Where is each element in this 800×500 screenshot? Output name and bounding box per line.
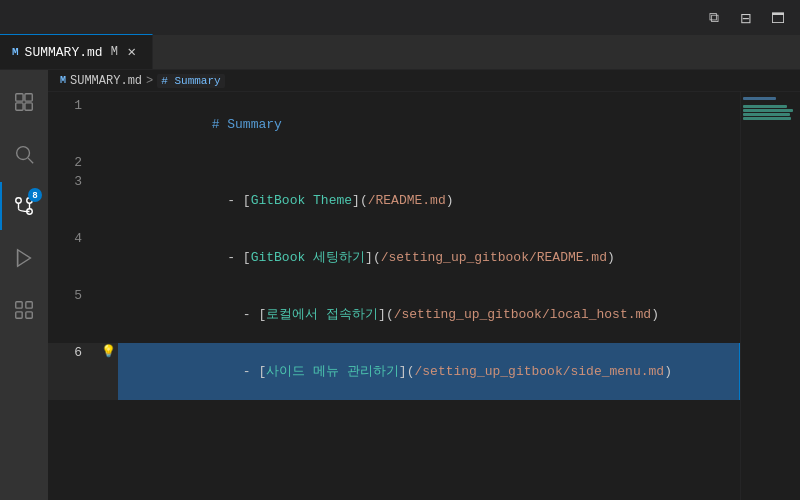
code-editor[interactable]: 1 # Summary 2 3 - [G (48, 92, 740, 500)
svg-point-6 (16, 198, 22, 204)
main-layout: 8 M SUMMARY.md > # Summary (0, 70, 800, 500)
line-content-4: - [GitBook 세팅하기](/setting_up_gitbook/REA… (118, 229, 740, 286)
svg-rect-3 (25, 103, 32, 110)
line-number-1: 1 (48, 96, 98, 115)
tab-summary-md[interactable]: M SUMMARY.md M ✕ (0, 34, 153, 69)
activity-extensions[interactable] (0, 286, 48, 334)
line-number-5: 5 (48, 286, 98, 305)
svg-line-5 (28, 158, 33, 163)
line-6: 6 💡 - [사이드 메뉴 관리하기](/setting_up_gitbook/… (48, 343, 740, 400)
minimap (740, 92, 800, 500)
activity-search[interactable] (0, 130, 48, 178)
title-bar-controls: ⧉ ⊟ 🗖 (700, 7, 792, 29)
toggle-layout-button[interactable]: ⊟ (732, 7, 760, 29)
line-3: 3 - [GitBook Theme](/README.md) (48, 172, 740, 229)
line-gutter-6: 💡 (98, 343, 118, 362)
line-content-2 (118, 153, 740, 172)
line-content-5: - [로컬에서 접속하기](/setting_up_gitbook/local_… (118, 286, 740, 343)
svg-rect-2 (16, 103, 23, 110)
minimap-content (741, 92, 800, 125)
lightbulb-icon[interactable]: 💡 (101, 343, 116, 362)
breadcrumb-separator: > (146, 74, 153, 88)
svg-rect-14 (26, 302, 32, 308)
breadcrumb: M SUMMARY.md > # Summary (48, 70, 800, 92)
line-2: 2 (48, 153, 740, 172)
minimap-line-1 (743, 97, 776, 100)
line-5: 5 - [로컬에서 접속하기](/setting_up_gitbook/loca… (48, 286, 740, 343)
tab-close-button[interactable]: ✕ (124, 44, 140, 60)
source-control-badge: 8 (28, 188, 42, 202)
svg-point-4 (17, 147, 30, 160)
breadcrumb-filename: SUMMARY.md (70, 74, 142, 88)
line-number-6: 6 (48, 343, 98, 362)
minimap-line-4 (743, 109, 793, 112)
svg-marker-11 (18, 250, 31, 267)
editor-area: M SUMMARY.md > # Summary 1 # Summary (48, 70, 800, 500)
tab-modified-indicator: M (111, 45, 118, 59)
line-number-2: 2 (48, 153, 98, 172)
svg-rect-1 (25, 94, 32, 101)
minimap-line-5 (743, 113, 790, 116)
minimap-line-3 (743, 105, 787, 108)
minimap-line-6 (743, 117, 791, 120)
svg-rect-13 (16, 302, 22, 308)
activity-run[interactable] (0, 234, 48, 282)
line-content-1: # Summary (118, 96, 740, 153)
svg-rect-15 (26, 312, 32, 318)
tab-file-icon: M (12, 46, 19, 58)
svg-rect-0 (16, 94, 23, 101)
line-1: 1 # Summary (48, 96, 740, 153)
line-number-3: 3 (48, 172, 98, 191)
svg-rect-16 (16, 312, 22, 318)
activity-bar: 8 (0, 70, 48, 500)
tab-label: SUMMARY.md (25, 45, 103, 60)
breadcrumb-file-icon: M (60, 75, 66, 86)
breadcrumb-section: # Summary (157, 74, 224, 88)
split-editor-button[interactable]: ⧉ (700, 7, 728, 29)
tab-bar: M SUMMARY.md M ✕ (0, 35, 800, 70)
line-4: 4 - [GitBook 세팅하기](/setting_up_gitbook/R… (48, 229, 740, 286)
line-content-6: - [사이드 메뉴 관리하기](/setting_up_gitbook/side… (118, 343, 740, 400)
activity-source-control[interactable]: 8 (0, 182, 48, 230)
maximize-button[interactable]: 🗖 (764, 7, 792, 29)
activity-explorer[interactable] (0, 78, 48, 126)
title-bar: ⧉ ⊟ 🗖 (0, 0, 800, 35)
line-content-3: - [GitBook Theme](/README.md) (118, 172, 740, 229)
line-number-4: 4 (48, 229, 98, 248)
